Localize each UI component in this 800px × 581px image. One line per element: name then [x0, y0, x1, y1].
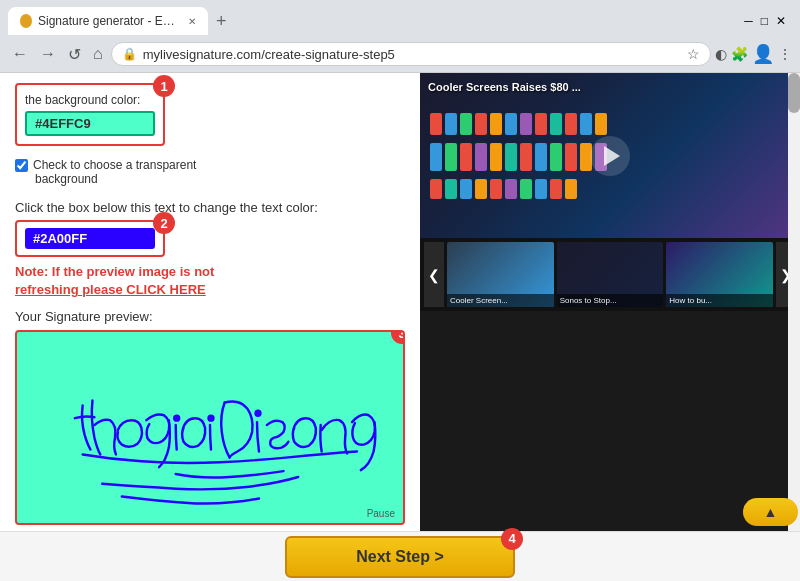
- step-2-badge: 2: [153, 212, 175, 234]
- tab-close-button[interactable]: ✕: [188, 16, 196, 27]
- right-panel: Cooler Screens Raises $80 ...: [420, 73, 800, 581]
- close-window-button[interactable]: ✕: [776, 14, 786, 28]
- left-panel: the background color: 1 Check to choose …: [0, 73, 420, 581]
- pause-label: Pause: [367, 508, 395, 519]
- prev-thumbnail-button[interactable]: ❮: [424, 242, 444, 307]
- next-step-button[interactable]: Next Step > 4: [285, 536, 515, 578]
- click-note: Note: If the preview image is not refres…: [15, 263, 405, 299]
- back-button[interactable]: ←: [8, 43, 32, 65]
- tab-favicon: [20, 14, 32, 28]
- svg-point-2: [256, 411, 261, 416]
- ad-image: Cooler Screens Raises $80 ...: [420, 73, 800, 238]
- text-color-input[interactable]: [25, 228, 155, 249]
- address-input[interactable]: [143, 47, 681, 62]
- checkbox-label: Check to choose a transparent: [33, 158, 196, 172]
- preview-label: Your Signature preview:: [15, 309, 405, 324]
- thumbnail-1-label: Cooler Screen...: [447, 294, 554, 307]
- menu-icon[interactable]: ⋮: [778, 46, 792, 62]
- thumbnail-2[interactable]: Sonos to Stop...: [557, 242, 664, 307]
- nav-actions: ◐ 🧩 👤 ⋮: [715, 43, 792, 65]
- step-1-badge: 1: [153, 75, 175, 97]
- address-bar-container[interactable]: 🔒 ☆: [111, 42, 711, 66]
- refresh-button[interactable]: ↺: [64, 43, 85, 66]
- transparent-checkbox[interactable]: [15, 159, 28, 172]
- transparent-label-2: background: [15, 172, 405, 186]
- text-color-input-wrap: 2: [15, 220, 165, 257]
- home-button[interactable]: ⌂: [89, 43, 107, 65]
- signature-preview: 3: [15, 330, 405, 525]
- play-icon: [604, 146, 620, 166]
- signature-image: [17, 332, 403, 523]
- extensions-icon[interactable]: 🧩: [731, 46, 748, 62]
- thumbnail-1[interactable]: Cooler Screen...: [447, 242, 554, 307]
- maximize-button[interactable]: □: [761, 14, 768, 28]
- lock-icon: 🔒: [122, 47, 137, 61]
- forward-button[interactable]: →: [36, 43, 60, 65]
- profile-icon[interactable]: 👤: [752, 43, 774, 65]
- minimize-button[interactable]: ─: [744, 14, 753, 28]
- bookmark-icon[interactable]: ☆: [687, 46, 700, 62]
- transparent-checkbox-row: Check to choose a transparent: [15, 158, 405, 172]
- active-tab[interactable]: Signature generator - Email Sign... ✕: [8, 7, 208, 35]
- svg-point-1: [209, 416, 214, 421]
- play-button[interactable]: [590, 136, 630, 176]
- thumbnail-3[interactable]: How to bu...: [666, 242, 773, 307]
- scrollbar-thumb[interactable]: [788, 73, 800, 113]
- svg-point-0: [174, 416, 179, 421]
- tab-label: Signature generator - Email Sign...: [38, 14, 178, 28]
- new-tab-button[interactable]: +: [212, 11, 231, 32]
- content-area: the background color: 1 Check to choose …: [0, 73, 800, 581]
- next-step-section: Next Step > 4: [0, 531, 800, 581]
- tab-bar: Signature generator - Email Sign... ✕ + …: [0, 0, 800, 36]
- reader-mode-icon[interactable]: ◐: [715, 46, 727, 62]
- thumbnail-row: ❮ Cooler Screen... Sonos to Stop... How …: [420, 238, 800, 311]
- text-color-instruction: Click the box below this text to change …: [15, 200, 405, 215]
- chevron-up-icon: ▲: [764, 504, 778, 520]
- bg-color-label: the background color:: [25, 93, 155, 107]
- next-step-label: Next Step >: [356, 548, 444, 566]
- nav-bar: ← → ↺ ⌂ 🔒 ☆ ◐ 🧩 👤 ⋮: [0, 36, 800, 72]
- bg-color-section: the background color: 1: [15, 83, 165, 146]
- browser-chrome: Signature generator - Email Sign... ✕ + …: [0, 0, 800, 73]
- thumbnail-3-label: How to bu...: [666, 294, 773, 307]
- bg-color-input[interactable]: [25, 111, 155, 136]
- floating-scroll-button[interactable]: ▲: [743, 498, 798, 526]
- step-4-badge: 4: [501, 528, 523, 550]
- thumbnail-2-label: Sonos to Stop...: [557, 294, 664, 307]
- text-color-section: Click the box below this text to change …: [15, 200, 405, 263]
